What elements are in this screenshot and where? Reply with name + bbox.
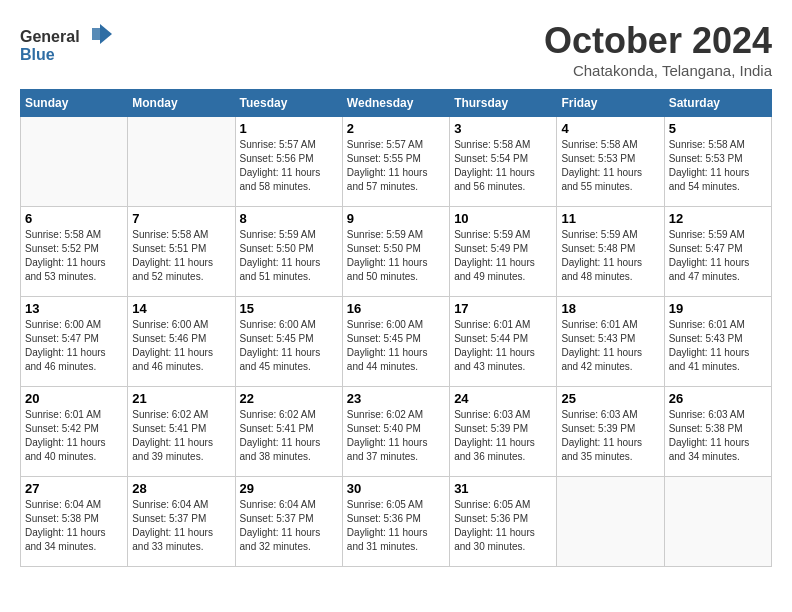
calendar-table: SundayMondayTuesdayWednesdayThursdayFrid… <box>20 89 772 567</box>
weekday-header: Friday <box>557 90 664 117</box>
weekday-header: Thursday <box>450 90 557 117</box>
weekday-header: Tuesday <box>235 90 342 117</box>
day-number: 24 <box>454 391 552 406</box>
day-number: 11 <box>561 211 659 226</box>
day-info: Sunrise: 5:58 AMSunset: 5:53 PMDaylight:… <box>561 138 659 194</box>
calendar-cell <box>557 477 664 567</box>
calendar-week-row: 6Sunrise: 5:58 AMSunset: 5:52 PMDaylight… <box>21 207 772 297</box>
day-number: 29 <box>240 481 338 496</box>
calendar-cell: 5Sunrise: 5:58 AMSunset: 5:53 PMDaylight… <box>664 117 771 207</box>
day-number: 5 <box>669 121 767 136</box>
day-info: Sunrise: 5:59 AMSunset: 5:47 PMDaylight:… <box>669 228 767 284</box>
calendar-cell: 26Sunrise: 6:03 AMSunset: 5:38 PMDayligh… <box>664 387 771 477</box>
day-number: 27 <box>25 481 123 496</box>
calendar-cell: 27Sunrise: 6:04 AMSunset: 5:38 PMDayligh… <box>21 477 128 567</box>
day-number: 16 <box>347 301 445 316</box>
calendar-cell: 24Sunrise: 6:03 AMSunset: 5:39 PMDayligh… <box>450 387 557 477</box>
calendar-cell: 2Sunrise: 5:57 AMSunset: 5:55 PMDaylight… <box>342 117 449 207</box>
day-info: Sunrise: 6:02 AMSunset: 5:41 PMDaylight:… <box>132 408 230 464</box>
weekday-header: Wednesday <box>342 90 449 117</box>
calendar-cell: 4Sunrise: 5:58 AMSunset: 5:53 PMDaylight… <box>557 117 664 207</box>
day-number: 22 <box>240 391 338 406</box>
calendar-cell: 12Sunrise: 5:59 AMSunset: 5:47 PMDayligh… <box>664 207 771 297</box>
day-number: 2 <box>347 121 445 136</box>
svg-text:General: General <box>20 28 80 45</box>
calendar-cell: 19Sunrise: 6:01 AMSunset: 5:43 PMDayligh… <box>664 297 771 387</box>
calendar-cell <box>128 117 235 207</box>
calendar-cell <box>664 477 771 567</box>
day-info: Sunrise: 6:00 AMSunset: 5:46 PMDaylight:… <box>132 318 230 374</box>
day-info: Sunrise: 6:04 AMSunset: 5:37 PMDaylight:… <box>240 498 338 554</box>
day-info: Sunrise: 5:59 AMSunset: 5:50 PMDaylight:… <box>240 228 338 284</box>
day-info: Sunrise: 6:00 AMSunset: 5:45 PMDaylight:… <box>347 318 445 374</box>
day-info: Sunrise: 6:02 AMSunset: 5:41 PMDaylight:… <box>240 408 338 464</box>
weekday-header: Saturday <box>664 90 771 117</box>
day-number: 18 <box>561 301 659 316</box>
calendar-cell: 10Sunrise: 5:59 AMSunset: 5:49 PMDayligh… <box>450 207 557 297</box>
day-info: Sunrise: 5:57 AMSunset: 5:56 PMDaylight:… <box>240 138 338 194</box>
calendar-week-row: 20Sunrise: 6:01 AMSunset: 5:42 PMDayligh… <box>21 387 772 477</box>
calendar-week-row: 13Sunrise: 6:00 AMSunset: 5:47 PMDayligh… <box>21 297 772 387</box>
calendar-cell: 9Sunrise: 5:59 AMSunset: 5:50 PMDaylight… <box>342 207 449 297</box>
day-info: Sunrise: 6:01 AMSunset: 5:44 PMDaylight:… <box>454 318 552 374</box>
day-number: 6 <box>25 211 123 226</box>
calendar-cell: 20Sunrise: 6:01 AMSunset: 5:42 PMDayligh… <box>21 387 128 477</box>
day-number: 12 <box>669 211 767 226</box>
calendar-cell: 28Sunrise: 6:04 AMSunset: 5:37 PMDayligh… <box>128 477 235 567</box>
day-info: Sunrise: 5:59 AMSunset: 5:48 PMDaylight:… <box>561 228 659 284</box>
day-number: 7 <box>132 211 230 226</box>
day-info: Sunrise: 5:58 AMSunset: 5:54 PMDaylight:… <box>454 138 552 194</box>
calendar-cell: 14Sunrise: 6:00 AMSunset: 5:46 PMDayligh… <box>128 297 235 387</box>
page-header: General Blue October 2024 Chatakonda, Te… <box>20 20 772 79</box>
weekday-header: Sunday <box>21 90 128 117</box>
day-info: Sunrise: 5:57 AMSunset: 5:55 PMDaylight:… <box>347 138 445 194</box>
calendar-cell: 13Sunrise: 6:00 AMSunset: 5:47 PMDayligh… <box>21 297 128 387</box>
calendar-cell: 21Sunrise: 6:02 AMSunset: 5:41 PMDayligh… <box>128 387 235 477</box>
calendar-cell: 22Sunrise: 6:02 AMSunset: 5:41 PMDayligh… <box>235 387 342 477</box>
day-number: 23 <box>347 391 445 406</box>
calendar-week-row: 27Sunrise: 6:04 AMSunset: 5:38 PMDayligh… <box>21 477 772 567</box>
day-info: Sunrise: 6:03 AMSunset: 5:39 PMDaylight:… <box>561 408 659 464</box>
logo-svg: General Blue <box>20 20 120 70</box>
day-number: 30 <box>347 481 445 496</box>
day-info: Sunrise: 5:59 AMSunset: 5:50 PMDaylight:… <box>347 228 445 284</box>
calendar-cell: 8Sunrise: 5:59 AMSunset: 5:50 PMDaylight… <box>235 207 342 297</box>
month-title: October 2024 <box>544 20 772 62</box>
calendar-cell: 29Sunrise: 6:04 AMSunset: 5:37 PMDayligh… <box>235 477 342 567</box>
day-info: Sunrise: 5:58 AMSunset: 5:53 PMDaylight:… <box>669 138 767 194</box>
day-number: 14 <box>132 301 230 316</box>
day-number: 13 <box>25 301 123 316</box>
day-info: Sunrise: 6:05 AMSunset: 5:36 PMDaylight:… <box>454 498 552 554</box>
day-info: Sunrise: 6:00 AMSunset: 5:47 PMDaylight:… <box>25 318 123 374</box>
calendar-cell: 3Sunrise: 5:58 AMSunset: 5:54 PMDaylight… <box>450 117 557 207</box>
day-info: Sunrise: 6:04 AMSunset: 5:38 PMDaylight:… <box>25 498 123 554</box>
day-info: Sunrise: 6:02 AMSunset: 5:40 PMDaylight:… <box>347 408 445 464</box>
day-info: Sunrise: 6:01 AMSunset: 5:43 PMDaylight:… <box>561 318 659 374</box>
day-info: Sunrise: 6:05 AMSunset: 5:36 PMDaylight:… <box>347 498 445 554</box>
day-info: Sunrise: 6:03 AMSunset: 5:39 PMDaylight:… <box>454 408 552 464</box>
day-number: 4 <box>561 121 659 136</box>
calendar-cell: 18Sunrise: 6:01 AMSunset: 5:43 PMDayligh… <box>557 297 664 387</box>
day-number: 26 <box>669 391 767 406</box>
day-info: Sunrise: 6:01 AMSunset: 5:43 PMDaylight:… <box>669 318 767 374</box>
calendar-cell: 25Sunrise: 6:03 AMSunset: 5:39 PMDayligh… <box>557 387 664 477</box>
calendar-cell: 11Sunrise: 5:59 AMSunset: 5:48 PMDayligh… <box>557 207 664 297</box>
day-number: 20 <box>25 391 123 406</box>
calendar-cell: 16Sunrise: 6:00 AMSunset: 5:45 PMDayligh… <box>342 297 449 387</box>
calendar-week-row: 1Sunrise: 5:57 AMSunset: 5:56 PMDaylight… <box>21 117 772 207</box>
weekday-header: Monday <box>128 90 235 117</box>
calendar-cell: 17Sunrise: 6:01 AMSunset: 5:44 PMDayligh… <box>450 297 557 387</box>
day-info: Sunrise: 6:01 AMSunset: 5:42 PMDaylight:… <box>25 408 123 464</box>
day-info: Sunrise: 6:00 AMSunset: 5:45 PMDaylight:… <box>240 318 338 374</box>
day-number: 19 <box>669 301 767 316</box>
calendar-cell: 6Sunrise: 5:58 AMSunset: 5:52 PMDaylight… <box>21 207 128 297</box>
title-section: October 2024 Chatakonda, Telangana, Indi… <box>544 20 772 79</box>
svg-marker-3 <box>100 24 112 44</box>
calendar-cell: 31Sunrise: 6:05 AMSunset: 5:36 PMDayligh… <box>450 477 557 567</box>
day-number: 28 <box>132 481 230 496</box>
calendar-cell: 30Sunrise: 6:05 AMSunset: 5:36 PMDayligh… <box>342 477 449 567</box>
calendar-cell: 23Sunrise: 6:02 AMSunset: 5:40 PMDayligh… <box>342 387 449 477</box>
calendar-cell: 1Sunrise: 5:57 AMSunset: 5:56 PMDaylight… <box>235 117 342 207</box>
day-number: 25 <box>561 391 659 406</box>
day-info: Sunrise: 6:04 AMSunset: 5:37 PMDaylight:… <box>132 498 230 554</box>
